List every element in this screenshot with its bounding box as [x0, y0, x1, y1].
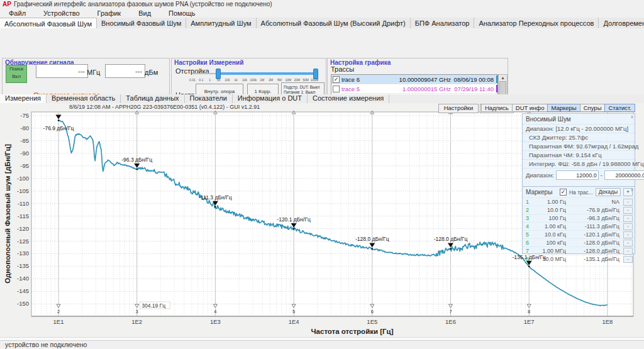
marker-remove-button[interactable]: -	[623, 231, 633, 238]
menu-item-5[interactable]: Помощь	[160, 9, 204, 18]
marker-number: 6	[526, 240, 533, 246]
x-tick-label: 1E1	[53, 318, 64, 325]
main-tab-1[interactable]: Абсолютный Фазовый Шум	[0, 18, 97, 28]
stats-lines: Диапазон: [12.0 кГц - 20.000000 МГц]СКЗ …	[523, 124, 635, 168]
marker-remove-button[interactable]: -	[623, 256, 633, 263]
stats-close-icon[interactable]: x	[631, 114, 633, 119]
marker-number: 2	[526, 207, 533, 213]
trace-date: 07/29/19 11:40	[451, 86, 494, 92]
marker-remove-button[interactable]: -	[623, 215, 633, 222]
y-tick-label: -115	[18, 213, 29, 219]
menu-item-1[interactable]: Файл	[0, 9, 35, 18]
window-title: Графический интерфейс анализатора фазовы…	[14, 1, 272, 8]
menu-item-4[interactable]: Вид	[130, 9, 160, 18]
menu-item-3[interactable]: График	[89, 9, 130, 18]
marker-annotation: -128.0 дБн/Гц	[434, 236, 468, 242]
main-tab-2[interactable]: Вносимый Фазовый Шум	[97, 18, 186, 28]
main-tab-7[interactable]: Долговременная стабильность	[599, 18, 644, 28]
search-on-button[interactable]: Поиск Вкл	[6, 65, 27, 83]
marker-number: 1	[526, 199, 533, 205]
spur-frequency-label: 304.19 Гц	[142, 302, 165, 309]
sub-tab-5[interactable]: Информация о DUT	[233, 94, 308, 103]
slider-tick-100: 100	[223, 78, 231, 82]
trace-name: trace 5	[341, 86, 370, 92]
y-tick-label: -90	[20, 150, 29, 157]
sub-tab-4[interactable]: Показатели	[185, 94, 233, 103]
stats-range-row: Диапазон: -	[523, 168, 635, 180]
marker-frequency: 10.0 МГц	[533, 256, 566, 262]
marker-row: 71.00 МГц-128.0 дБн/Гц-	[523, 247, 635, 255]
toggle-3[interactable]: Маркеры	[547, 104, 580, 112]
slider-tick-0.01: 0.01	[188, 78, 197, 82]
marker-value: -111.3 дБн/Гц	[566, 223, 623, 230]
toggle-4[interactable]: Спуры	[580, 104, 606, 112]
stats-line-2: СКЗ Джиттер: 25.7фс	[523, 133, 635, 141]
range-from-input[interactable]	[556, 170, 599, 180]
range-dash: -	[601, 172, 602, 179]
marker-remove-button[interactable]: -	[623, 223, 633, 230]
trace-name: trace 6	[341, 76, 370, 83]
marker-number: 5	[526, 231, 533, 238]
x-tick-label: 1E8	[602, 318, 613, 325]
frequency-field[interactable]: ---	[36, 64, 88, 78]
frequency-unit-label: МГц	[87, 69, 100, 76]
slider-tick-100k: 100k	[249, 78, 258, 82]
decades-button[interactable]: Декады	[596, 188, 621, 196]
main-tab-3[interactable]: Амплитудный Шум	[186, 18, 256, 28]
marker-row: 11.00 ГцNA-	[523, 197, 635, 206]
y-tick-label: -105	[17, 187, 29, 194]
marker-remove-button[interactable]: -	[623, 248, 633, 255]
main-tab-6[interactable]: Анализатор Переходных процессов	[474, 18, 599, 28]
stats-line-3: Паразитная ФМ: 92.67мград / 1.62мрад	[523, 141, 635, 150]
stats-line-5: Интегрир. ФШ: -58.8 дБн / 19.988000 МГц	[523, 159, 635, 168]
toggle-2[interactable]: DUT инфо	[512, 104, 548, 112]
title-bar: APГрафический интерфейс анализатора фазо…	[0, 0, 644, 9]
bottom-marker-number: 3	[136, 309, 138, 314]
y-tick-label: -135	[17, 262, 29, 269]
slider-tick-10k: 10k	[240, 78, 249, 82]
main-tab-4[interactable]: Абсолютный Фазовый Шум (Высокий Дрифт)	[257, 18, 411, 28]
marker-point	[528, 265, 530, 267]
marker-row: 510.0 кГц-120.1 дБн/Гц-	[523, 230, 635, 238]
marker-remove-button[interactable]: -	[623, 199, 633, 206]
trace-checkbox[interactable]	[333, 86, 340, 92]
marker-frequency: 10.0 Гц	[533, 207, 566, 213]
toggle-1[interactable]: Надпись	[481, 104, 513, 112]
sub-tab-3[interactable]: Таблица данных	[121, 94, 184, 103]
app-logo: AP	[3, 1, 11, 8]
markers-close-icon[interactable]: x	[631, 187, 633, 192]
marker-remove-button[interactable]: -	[623, 207, 633, 214]
menu-bar: ФайлУстройствоГрафикВидПомощь	[0, 9, 644, 18]
trace-checkbox[interactable]: ✓	[333, 76, 340, 83]
marker-frequency: 1.00 МГц	[533, 248, 566, 254]
sub-tab-2[interactable]: Временная область	[47, 94, 121, 103]
y-tick-label: -85	[20, 137, 29, 144]
trace-row[interactable]: ✓trace 610.000009047 GHz08/06/19 00:08	[331, 75, 497, 84]
marker-frequency: 1.00 Гц	[533, 199, 566, 205]
marker-annotation: -128.0 дБн/Гц	[355, 236, 389, 242]
menu-item-2[interactable]: Устройство	[35, 9, 89, 18]
offset-slider-tick-labels: 0.010.11101001k10k100k1M2M5M10M20M50M100…	[188, 78, 319, 82]
sub-tab-1[interactable]: Измерения	[0, 94, 47, 103]
bottom-marker-number: 7	[449, 309, 452, 314]
range-to-input[interactable]	[604, 170, 644, 180]
application-window: APГрафический интерфейс анализатора фазо…	[0, 0, 644, 349]
trace-row[interactable]: trace 51.000000015 GHz07/29/19 11:40	[331, 84, 497, 94]
marker-point	[136, 169, 138, 170]
y-tick-label: -140	[17, 275, 29, 282]
on-trace-checkbox[interactable]: ✓	[560, 189, 567, 196]
marker-row: 210.0 Гц-76.9 дБн/Гц-	[523, 206, 635, 214]
chart-toggle-buttons: НадписьDUT инфоМаркерыСпурыСтатист.	[482, 104, 635, 112]
control-panels: Обнаружение сигнала Поиск Вкл --- МГц --…	[0, 28, 644, 93]
marker-remove-button[interactable]: -	[623, 240, 633, 247]
power-field[interactable]: ---	[105, 64, 145, 78]
scroll-up-icon[interactable]: ▲	[499, 75, 507, 80]
slider-tick-10M: 10M	[284, 78, 292, 82]
toggle-5[interactable]: Статист.	[604, 104, 635, 112]
chart-settings-button[interactable]: Настройки	[438, 104, 479, 113]
x-tick-label: 1E3	[210, 318, 221, 325]
traces-label: Трассы	[331, 65, 354, 73]
sub-tab-6[interactable]: Состояние измерения	[308, 94, 389, 103]
slider-tick-5M: 5M	[275, 78, 284, 82]
main-tab-5[interactable]: БПФ Анализатор	[411, 18, 475, 28]
